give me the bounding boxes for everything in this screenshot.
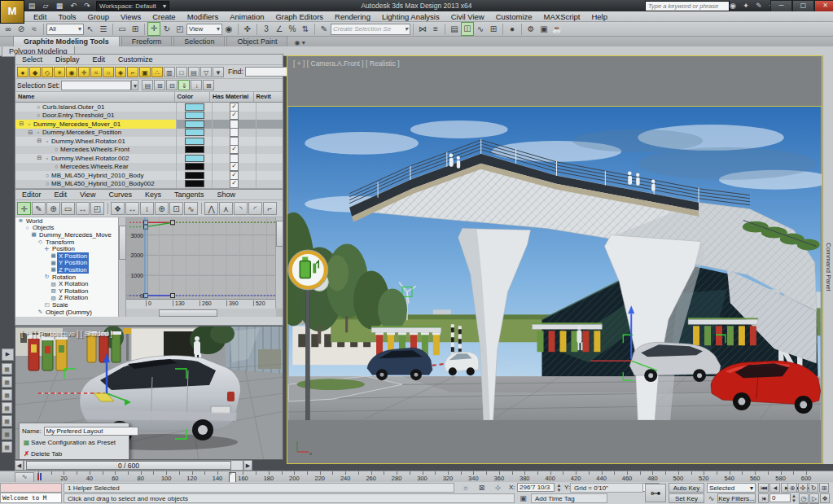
ribbon-tab-object-paint[interactable]: Object Paint	[226, 36, 287, 46]
track-item-world[interactable]: ⊕World	[15, 217, 118, 225]
reference-coordinate-dropdown[interactable]: View▾	[186, 24, 222, 35]
expand-collapse-icon[interactable]: ⊟	[36, 155, 43, 161]
scene-object-row[interactable]: ○MB_ML450_Hybrid_2010_Body002✓	[15, 180, 283, 189]
has-material-checkbox[interactable]	[230, 120, 239, 129]
has-material-checkbox[interactable]: ✓	[230, 179, 239, 188]
curve-editor-icon[interactable]: ∿	[474, 23, 487, 35]
selection-set-dropdown-icon[interactable]: ▾	[131, 80, 138, 90]
curve-editor-menu-editor[interactable]: Editor	[15, 191, 48, 199]
explorer-menu-edit[interactable]: Edit	[86, 55, 112, 64]
create-selection-set-icon[interactable]: ▤	[142, 80, 153, 90]
auto-key-button[interactable]: Auto Key	[669, 483, 704, 493]
curve-editor-menu-show[interactable]: Show	[210, 191, 242, 199]
render-setup-icon[interactable]: ⚙	[524, 23, 537, 35]
tree-scrollbar[interactable]	[119, 217, 126, 317]
zoom-all-icon[interactable]: ✣	[798, 483, 808, 493]
go-to-start-small-icon[interactable]: |◀	[758, 493, 769, 503]
zoom-icon[interactable]: ⊕	[787, 483, 797, 493]
advanced-filter-icon[interactable]: ▼	[213, 67, 224, 77]
pick-none-icon[interactable]: □	[176, 67, 187, 77]
bind-to-space-warp-icon[interactable]: ≈	[28, 23, 41, 35]
viewport-layout-tab[interactable]: ▦	[2, 415, 12, 427]
set-key-icon[interactable]: ⊶	[645, 484, 666, 502]
command-panel-strip[interactable]: Command Panel	[822, 55, 833, 464]
viewport-label[interactable]: [ + ] [ Perspective ] [ Shaded ]	[21, 330, 112, 338]
window-crossing-icon[interactable]: ⊞	[129, 23, 142, 35]
menu-maxscript[interactable]: MAXScript	[538, 12, 586, 21]
set-key-button[interactable]: Set Key	[669, 493, 704, 503]
viewport-layout-icon[interactable]: ⊞	[819, 483, 829, 493]
scene-object-row[interactable]: ⊟▫Dummy.Wheel.Rotator.01	[15, 137, 283, 146]
display-shapes-icon[interactable]: ◇	[42, 67, 53, 77]
zoom-region-icon[interactable]: ⊡	[169, 202, 183, 215]
track-item-rotation[interactable]: ↻Rotation	[15, 274, 118, 281]
key-filters-button[interactable]: Key Filters...	[717, 493, 756, 503]
curve-vertical-scrollbar[interactable]	[275, 217, 283, 309]
curve-editor-menu-keys[interactable]: Keys	[138, 191, 168, 199]
camera-viewport[interactable]: [ + ] [ Camera.A.Front ] [ Realistic ]	[287, 55, 822, 464]
ribbon-toggle-icon[interactable]: ◫	[461, 22, 474, 36]
viewport-layout-tab[interactable]: ▦	[2, 428, 12, 440]
expand-collapse-icon[interactable]: ⊟	[18, 121, 25, 127]
current-frame-field[interactable]	[769, 493, 791, 502]
menu-modifiers[interactable]: Modifiers	[182, 12, 225, 21]
time-slider-handle[interactable]: 0 / 600	[26, 461, 231, 470]
layout-tabs-expand-icon[interactable]: ▶	[2, 348, 14, 361]
display-space-warps-icon[interactable]: ≈	[90, 67, 102, 77]
close-button[interactable]: ✕	[814, 0, 833, 12]
angle-snap-icon[interactable]: ∠	[273, 23, 286, 35]
menu-views[interactable]: Views	[115, 12, 147, 21]
layer-manager-icon[interactable]: ▤	[448, 23, 461, 35]
display-everything-icon[interactable]: ●	[17, 67, 28, 77]
perspective-viewport[interactable]: [ + ] [ Perspective ] [ Shaded ]	[15, 326, 283, 460]
mirror-icon[interactable]: ⋈	[416, 23, 429, 35]
maximize-button[interactable]: ▢	[792, 0, 814, 12]
menu-help[interactable]: Help	[585, 12, 613, 21]
filter-combinations-icon[interactable]: ▽	[200, 67, 212, 77]
fast-tangent-icon[interactable]: ◝	[234, 202, 248, 215]
menu-customize[interactable]: Customize	[490, 12, 538, 21]
color-swatch[interactable]	[185, 163, 204, 170]
subscription-icon[interactable]: ✦	[741, 1, 751, 11]
color-swatch[interactable]	[185, 121, 204, 128]
percent-snap-icon[interactable]: %	[286, 23, 299, 35]
subtract-from-set-icon[interactable]: ⊟	[166, 80, 178, 90]
scene-object-row[interactable]: ⊟▫Dummy.Mercedes_Position	[15, 129, 283, 138]
zoom-icon[interactable]: ⊕	[155, 202, 169, 215]
has-material-checkbox[interactable]: ✓	[230, 162, 239, 171]
named-selection-sets-dropdown[interactable]: Create Selection Se▾	[331, 24, 410, 35]
ribbon-tab-selection[interactable]: Selection	[173, 36, 225, 46]
color-swatch[interactable]	[185, 112, 204, 119]
scene-object-row[interactable]: ○Curb.Island.Outer_01✓	[15, 103, 283, 112]
color-swatch[interactable]	[185, 103, 204, 111]
menu-civil-view[interactable]: Civil View	[445, 12, 490, 21]
communication-center-icon[interactable]: ✎	[754, 1, 764, 11]
track-item-object-dummy-[interactable]: ✎Object (Dummy)	[15, 309, 118, 316]
menu-graph-editors[interactable]: Graph Editors	[270, 12, 329, 21]
pick-settings-icon[interactable]: ▤	[188, 67, 199, 77]
viewport-label[interactable]: [ + ] [ Camera.A.Front ] [ Realistic ]	[293, 59, 400, 68]
function-curve-plot[interactable]: 40003000200010000	[126, 217, 279, 299]
has-material-checkbox[interactable]	[230, 154, 239, 163]
color-swatch[interactable]	[185, 180, 204, 187]
curve-horizontal-scrollbar[interactable]	[126, 309, 276, 317]
scene-object-row[interactable]: ⊟▫Dummy_Mercedes_Mover_01	[15, 120, 283, 129]
maxscript-mini-listener[interactable]	[0, 483, 62, 493]
minimize-button[interactable]: ─	[770, 0, 792, 12]
previous-frame-arrow[interactable]: ◀	[15, 460, 24, 471]
scene-object-row[interactable]: ⊟▫Dummy.Wheel.Rotator.002	[15, 154, 283, 163]
orbit-icon[interactable]: ↻	[809, 483, 818, 493]
region-keys-icon[interactable]: ▭	[61, 202, 75, 215]
use-pivot-center-icon[interactable]: ◉	[222, 23, 235, 35]
search-icon[interactable]: ◉	[728, 1, 738, 11]
highlight-set-icon[interactable]: ↓	[191, 80, 202, 90]
scene-object-row[interactable]: ○Mercedes.Wheels.Front✓	[15, 146, 283, 155]
help-search-input[interactable]	[645, 1, 730, 11]
select-object-icon[interactable]: ↖	[84, 23, 97, 35]
x-spinner[interactable]: ▲▼	[557, 483, 563, 493]
expand-collapse-icon[interactable]: ⊟	[27, 129, 34, 136]
save-configuration-item[interactable]: ▦ Save Configuration as Preset	[22, 436, 126, 448]
viewport-layout-tab[interactable]: ▦	[2, 376, 12, 388]
position-key-marker[interactable]	[40, 473, 42, 480]
time-configuration-icon[interactable]: ◷	[799, 493, 809, 503]
